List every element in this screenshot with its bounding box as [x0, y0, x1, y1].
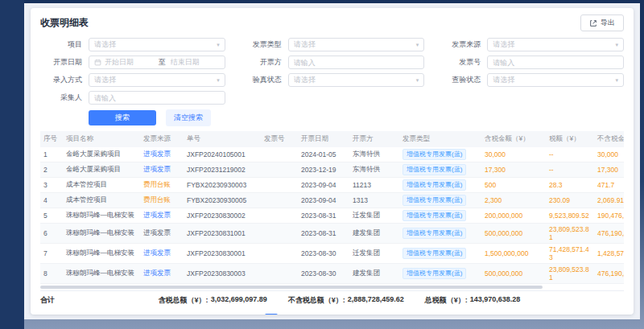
- goto-page: 前往 页: [407, 315, 456, 315]
- table-row[interactable]: 1金峪大厦采购项目进项发票JXFP202401050012024-01-05东海…: [40, 147, 624, 162]
- search-button[interactable]: 搜索: [89, 110, 156, 125]
- page-button-2[interactable]: 2: [279, 314, 292, 315]
- cell-row-index: 5: [40, 208, 63, 224]
- cell-tax-amount: --: [546, 162, 594, 178]
- cell-tax-amount: 28.3: [546, 178, 594, 193]
- project-select[interactable]: 请选择▾: [89, 38, 225, 51]
- column-header: 开票日期: [298, 131, 349, 147]
- page-button-1[interactable]: 1: [265, 314, 278, 315]
- cell-order-no: JXFP20240105001: [184, 147, 261, 162]
- verify-status-select[interactable]: 请选择▾: [288, 73, 425, 87]
- cell-issuer: 建发集团: [349, 264, 399, 284]
- cell-amount-without-tax: 2,069.91: [594, 193, 624, 208]
- page-button-8[interactable]: 8: [366, 314, 379, 315]
- table-row[interactable]: 5珠穆朗玛峰—电梯安装进项发票JXFP202308300022023-08-31…: [40, 208, 624, 224]
- cell-invoice-type: 增值税专用发票(蓝): [399, 224, 481, 244]
- cell-amount-with-tax: 500,000,000: [481, 224, 546, 244]
- cell-amount-with-tax: 200,000,000: [481, 208, 546, 224]
- filter-field-invoice-no: 发票号: [439, 56, 624, 69]
- page-button-5[interactable]: 5: [323, 314, 336, 315]
- chevron-down-icon: ▾: [615, 42, 618, 48]
- cell-invoice-date: 2023-08-30: [298, 244, 349, 264]
- table-row[interactable]: 7珠穆朗玛峰—电梯安装进项发票JXFP202308300012023-08-30…: [40, 244, 624, 264]
- cell-row-index: 1: [40, 147, 63, 162]
- cell-project-name: 珠穆朗玛峰—电梯安装: [63, 244, 140, 264]
- cell-invoice-type: 增值税专用发票(蓝): [399, 193, 481, 208]
- cell-amount-without-tax: 1,428,571,428.57: [594, 244, 624, 264]
- filter-label: 发票来源: [439, 39, 481, 50]
- column-header: 发票类型: [399, 131, 481, 147]
- invoice-date-daterange[interactable]: 开始日期至结束日期: [89, 56, 225, 69]
- select-placeholder: 请选择: [94, 75, 217, 85]
- cell-invoice-source: 费用台账: [140, 193, 184, 208]
- column-header: 税额（¥）: [546, 131, 594, 147]
- cell-invoice-source: 进项发票: [140, 208, 184, 224]
- filter-label: 采集人: [40, 93, 82, 103]
- cell-amount-without-tax: 30,000: [594, 147, 624, 162]
- filter-label: 开票日期: [40, 57, 82, 68]
- page-button-3[interactable]: 3: [294, 314, 307, 315]
- summary-item: 含税总额（¥）:3,032,699,097.89: [159, 295, 267, 306]
- page-title: 收票明细表: [40, 16, 89, 30]
- filter-label: 验真状态: [240, 75, 282, 85]
- cell-project-name: 珠穆朗玛峰—电梯安装: [63, 264, 140, 284]
- goto-page-input[interactable]: [424, 315, 445, 315]
- invoice-no-input[interactable]: [493, 59, 618, 67]
- check-status-select[interactable]: 请选择▾: [487, 73, 624, 87]
- table-row[interactable]: 4成本管控项目费用台账FYBX202309300052023-09-041313…: [40, 193, 624, 208]
- column-header: 项目名称: [63, 131, 140, 147]
- table-row[interactable]: 6珠穆朗玛峰—电梯安装进项发票JXFP202308310012023-08-31…: [40, 224, 624, 244]
- table-row[interactable]: 8珠穆朗玛峰—电梯安装进项发票JXFP202308300032023-08-30…: [40, 264, 624, 284]
- cell-invoice-no: [261, 178, 298, 193]
- filter-label: 发票号: [439, 57, 481, 68]
- filter-field-entry-method: 录入方式请选择▾: [40, 73, 225, 87]
- cell-invoice-date: 2023-08-31: [298, 208, 349, 224]
- cell-invoice-source: 进项发票: [140, 244, 184, 264]
- filter-label: 项目: [40, 39, 82, 50]
- cell-invoice-no: [261, 264, 298, 284]
- cell-project-name: 成本管控项目: [63, 193, 140, 208]
- invoice-source-select[interactable]: 请选择▾: [487, 38, 624, 51]
- collector-input[interactable]: [94, 94, 220, 102]
- card-header: 收票明细表 导出: [40, 14, 624, 31]
- end-date-placeholder: 结束日期: [171, 57, 220, 68]
- filter-field-verify-status: 验真状态请选择▾: [240, 73, 425, 87]
- next-page-button[interactable]: ›: [382, 314, 395, 315]
- cell-order-no: JXFP20230830003: [184, 264, 261, 284]
- column-header: 含税金额（¥）: [481, 131, 546, 147]
- cell-amount-without-tax: 17,300: [594, 162, 624, 178]
- cell-invoice-source: 进项发票: [140, 147, 184, 162]
- invoice-type-select[interactable]: 请选择▾: [288, 38, 425, 51]
- window-edge-strip: [0, 0, 24, 329]
- page-list: 123456···8: [265, 314, 379, 315]
- cell-order-no: JXFP20231219002: [184, 162, 261, 178]
- cell-invoice-date: 2023-12-19: [298, 162, 349, 178]
- cell-project-name: 珠穆朗玛峰—电梯安装: [63, 208, 140, 224]
- entry-method-select[interactable]: 请选择▾: [89, 73, 225, 87]
- filter-actions: 搜索 清空搜索: [89, 109, 624, 126]
- page-button-4[interactable]: 4: [308, 314, 321, 315]
- table-body: 1金峪大厦采购项目进项发票JXFP202401050012024-01-05东海…: [40, 147, 624, 284]
- cell-amount-without-tax: 476,190,476.19: [594, 224, 624, 244]
- table-row[interactable]: 2金峪大厦采购项目进项发票JXFP202312190022023-12-19东海…: [40, 162, 624, 178]
- cell-invoice-source: 进项发票: [140, 162, 184, 178]
- table-row[interactable]: 3成本管控项目费用台账FYBX202309300032023-09-041121…: [40, 178, 624, 193]
- collector-input-wrap: [89, 91, 225, 105]
- cell-invoice-type: 增值税专用发票(蓝): [399, 147, 481, 162]
- issuer-input-wrap: [288, 56, 425, 69]
- cell-amount-without-tax: 190,476,190.48: [594, 208, 624, 224]
- horizontal-scrollbar[interactable]: [40, 286, 624, 289]
- clear-search-button[interactable]: 清空搜索: [166, 109, 211, 126]
- export-button[interactable]: 导出: [580, 14, 624, 31]
- cell-issuer: 1313: [349, 193, 399, 208]
- cell-invoice-date: 2023-09-04: [298, 193, 349, 208]
- cell-amount-with-tax: 2,300: [481, 193, 546, 208]
- filter-field-invoice-date: 开票日期开始日期至结束日期: [40, 56, 225, 69]
- select-placeholder: 请选择: [294, 75, 416, 85]
- cell-row-index: 8: [40, 264, 63, 284]
- issuer-input[interactable]: [294, 59, 419, 67]
- scrollbar-thumb[interactable]: [40, 286, 543, 289]
- prev-page-button[interactable]: ‹: [249, 314, 262, 315]
- page-button-6[interactable]: 6: [337, 314, 350, 315]
- cell-tax-amount: 71,428,571.43: [546, 244, 594, 264]
